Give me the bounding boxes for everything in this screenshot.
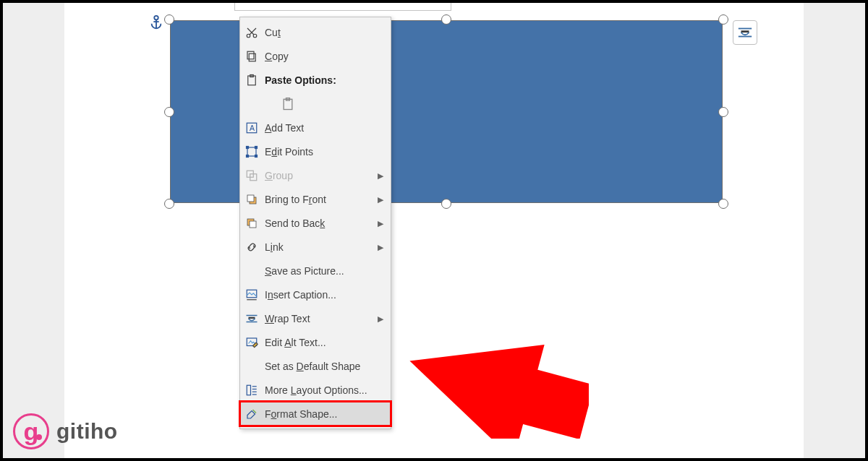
menu-more-layout-label: More Layout Options...: [265, 384, 367, 396]
menu-insert-caption[interactable]: Insert Caption...: [240, 283, 391, 306]
menu-wrap-text-label: Wrap Text: [265, 313, 310, 324]
resize-handle-nw[interactable]: [164, 14, 174, 25]
resize-handle-se[interactable]: [718, 199, 728, 209]
add-text-icon: A: [244, 121, 259, 135]
layout-options-button[interactable]: [733, 20, 757, 45]
menu-bring-to-front[interactable]: Bring to Front ▶: [240, 187, 391, 211]
submenu-arrow-icon: ▶: [378, 242, 383, 251]
menu-copy-label: Copy: [265, 51, 289, 62]
menu-format-shape-label: Format Shape...: [265, 408, 337, 420]
svg-rect-4: [741, 30, 749, 33]
menu-paste-options-label: Paste Options:: [265, 74, 336, 86]
menu-save-as-picture-label: Save as Picture...: [265, 265, 344, 277]
menu-send-back-label: Send to Back: [265, 217, 325, 229]
svg-rect-26: [247, 195, 254, 202]
send-back-icon: [244, 216, 259, 231]
svg-rect-28: [250, 221, 256, 228]
resize-handle-sw[interactable]: [164, 199, 174, 209]
svg-rect-35: [247, 385, 250, 395]
right-gutter: [804, 3, 865, 458]
bring-front-icon: [244, 192, 259, 207]
resize-handle-s[interactable]: [441, 199, 451, 209]
svg-point-0: [154, 16, 158, 20]
resize-handle-e[interactable]: [718, 107, 728, 117]
watermark-text: gitiho: [56, 419, 118, 444]
insert-caption-icon: [244, 288, 259, 302]
menu-link-label: Link: [265, 241, 284, 253]
annotation-arrow: [404, 319, 589, 439]
menu-edit-points[interactable]: Edit Points: [240, 139, 391, 163]
menu-set-default-shape[interactable]: Set as Default Shape: [240, 354, 391, 378]
menu-cut-label: Cut: [265, 27, 281, 38]
menu-edit-points-label: Edit Points: [265, 146, 313, 158]
watermark-logo-icon: g: [13, 413, 49, 449]
menu-send-to-back[interactable]: Send to Back ▶: [240, 211, 391, 235]
menu-edit-alt-text-label: Edit Alt Text...: [265, 337, 326, 348]
svg-rect-20: [255, 146, 258, 148]
svg-rect-32: [249, 316, 255, 318]
cut-icon: [244, 25, 259, 40]
ribbon-fragment: [234, 2, 451, 11]
menu-edit-alt-text[interactable]: Edit Alt Text...: [240, 330, 391, 354]
link-icon: [244, 240, 259, 254]
menu-group-label: Group: [265, 170, 293, 181]
svg-text:A: A: [250, 123, 255, 132]
svg-rect-19: [247, 146, 249, 148]
svg-rect-22: [255, 155, 258, 157]
context-menu: Cut Copy Paste Options: A Add Text: [239, 17, 391, 429]
left-gutter: [3, 3, 64, 458]
menu-link[interactable]: Link ▶: [240, 235, 391, 259]
alt-text-icon: [244, 335, 259, 350]
submenu-arrow-icon: ▶: [378, 171, 383, 180]
anchor-icon: [148, 14, 164, 30]
resize-handle-n[interactable]: [441, 14, 451, 25]
menu-add-text[interactable]: A Add Text: [240, 116, 391, 139]
menu-paste-options-header: Paste Options:: [240, 68, 391, 92]
menu-format-shape[interactable]: Format Shape...: [240, 402, 391, 426]
menu-set-default-shape-label: Set as Default Shape: [265, 361, 360, 372]
wrap-text-icon: [244, 311, 259, 326]
paste-option-icon: [281, 97, 295, 111]
resize-handle-ne[interactable]: [718, 14, 728, 25]
svg-rect-11: [247, 51, 254, 59]
menu-bring-front-label: Bring to Front: [265, 194, 326, 205]
submenu-arrow-icon: ▶: [378, 314, 383, 323]
svg-marker-40: [404, 319, 589, 439]
svg-rect-10: [249, 53, 255, 61]
menu-wrap-text[interactable]: Wrap Text ▶: [240, 306, 391, 330]
edit-points-icon: [244, 145, 259, 159]
submenu-arrow-icon: ▶: [378, 218, 383, 228]
paste-icon: [244, 73, 259, 87]
more-layout-icon: [244, 383, 259, 397]
format-shape-icon: [244, 407, 259, 421]
copy-icon: [244, 49, 259, 64]
menu-copy[interactable]: Copy: [240, 44, 391, 68]
group-icon: [244, 168, 259, 183]
menu-group: Group ▶: [240, 163, 391, 187]
svg-rect-21: [247, 155, 249, 157]
menu-cut[interactable]: Cut: [240, 20, 391, 44]
watermark: g gitiho: [13, 413, 118, 449]
resize-handle-w[interactable]: [164, 107, 174, 117]
menu-add-text-label: Add Text: [265, 122, 304, 134]
document-area: Cut Copy Paste Options: A Add Text: [64, 3, 804, 458]
submenu-arrow-icon: ▶: [378, 194, 383, 204]
menu-save-as-picture[interactable]: Save as Picture...: [240, 259, 391, 283]
menu-paste-option-keep[interactable]: [240, 92, 391, 116]
menu-more-layout-options[interactable]: More Layout Options...: [240, 378, 391, 402]
menu-insert-caption-label: Insert Caption...: [265, 289, 336, 301]
